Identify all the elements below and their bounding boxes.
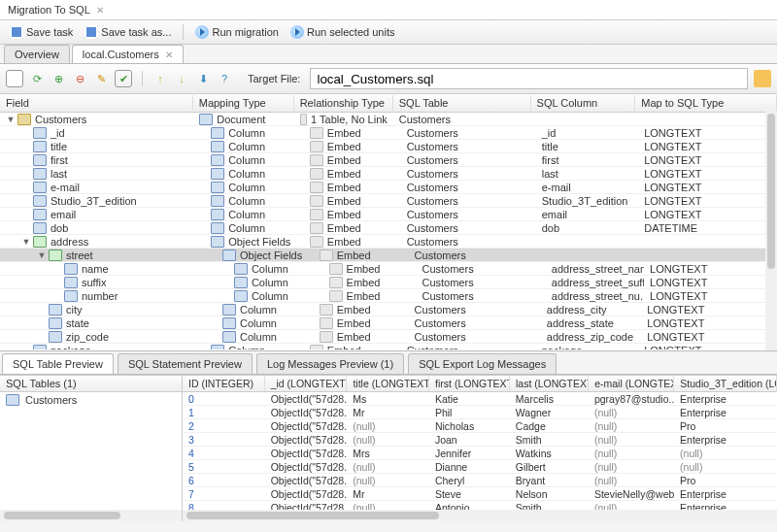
scrollbar-thumb[interactable] <box>4 512 120 519</box>
expand-icon[interactable]: ▼ <box>21 237 31 247</box>
grid-row[interactable]: firstColumnEmbedCustomersfirstLONGTEXT <box>0 153 777 167</box>
dh-oid[interactable]: _id (LONGTEXT) <box>265 376 348 391</box>
grid-row[interactable]: e-mailColumnEmbedCustomerse-mailLONGTEXT <box>0 181 777 194</box>
tab-export-log[interactable]: SQL Export Log Messages <box>408 353 557 374</box>
cell-edition: (null) <box>674 461 777 473</box>
grid-row[interactable]: ▼CustomersDocument1 Table, No LinkCustom… <box>0 113 777 126</box>
tab-sql-table-preview[interactable]: SQL Table Preview <box>2 353 114 374</box>
remove-icon[interactable]: ⊖ <box>72 71 87 86</box>
close-icon[interactable]: ✕ <box>96 5 104 16</box>
cell-first: Nicholas <box>429 420 510 432</box>
h-scrollbar-left[interactable] <box>0 510 182 521</box>
expand-icon[interactable]: ▼ <box>6 115 16 124</box>
refresh-icon[interactable]: ⟳ <box>29 71 45 86</box>
add-icon[interactable]: ⊕ <box>51 71 66 86</box>
cell-id: 5 <box>183 461 265 473</box>
up-arrow-icon[interactable]: ↑ <box>152 71 168 86</box>
dh-last[interactable]: last (LONGTEXT) <box>510 376 589 391</box>
field-type-icon <box>33 195 47 207</box>
checkbox-icon[interactable] <box>6 70 23 87</box>
cell-id: 7 <box>183 488 265 500</box>
run-selected-icon <box>290 25 304 39</box>
grid-row[interactable]: packageColumnEmbedCustomerspackageLONGTE… <box>0 344 777 349</box>
sql-table-item[interactable]: Customers <box>0 392 182 408</box>
grid-row[interactable]: nameColumnEmbedCustomersaddress_street_n… <box>0 262 777 276</box>
tab-log-messages[interactable]: Log Messages Preview (1) <box>256 353 404 374</box>
grid-row[interactable]: ▼addressObject FieldsEmbedCustomers <box>0 235 777 249</box>
grid-row[interactable]: zip_codeColumnEmbedCustomersaddress_zip_… <box>0 330 777 344</box>
sqlcolumn-cell: email <box>536 209 638 220</box>
data-row[interactable]: 5ObjectId("57d28...(null)DianneGilbert(n… <box>183 460 777 474</box>
relationship-cell: Embed <box>314 331 409 343</box>
field-cell: dob <box>0 222 205 234</box>
col-field[interactable]: Field <box>0 95 193 111</box>
dh-id[interactable]: ID (INTEGER) <box>183 376 265 391</box>
down-arrow-icon[interactable]: ↓ <box>174 71 189 86</box>
relationship-icon <box>320 304 333 316</box>
run-selected-button[interactable]: Run selected units <box>287 23 399 41</box>
grid-row[interactable]: ▼streetObject FieldsEmbedCustomers <box>0 249 777 262</box>
grid-row[interactable]: _idColumnEmbedCustomers_idLONGTEXT <box>0 126 777 140</box>
col-sql-table[interactable]: SQL Table <box>393 95 531 111</box>
data-row[interactable]: 6ObjectId("57d28...(null)CherylBryant(nu… <box>183 474 777 487</box>
dh-email[interactable]: e-mail (LONGTEXT) <box>589 376 674 391</box>
dh-first[interactable]: first (LONGTEXT) <box>429 376 510 391</box>
data-header: ID (INTEGER) _id (LONGTEXT) title (LONGT… <box>183 376 777 392</box>
expand-icon[interactable]: ▼ <box>37 250 47 260</box>
grid-row[interactable]: suffixColumnEmbedCustomersaddress_street… <box>0 276 777 289</box>
col-relationship[interactable]: Relationship Type <box>294 95 393 111</box>
sqlcolumn-cell: Studio_3T_edition <box>536 195 638 207</box>
grid-row[interactable]: Studio_3T_editionColumnEmbedCustomersStu… <box>0 194 777 208</box>
sqltable-cell: Customers <box>401 195 536 207</box>
mapping-cell: Column <box>228 263 323 275</box>
editor-tabs: Overview local.Customers✕ <box>0 45 777 64</box>
col-sql-column[interactable]: SQL Column <box>531 95 636 111</box>
col-mapping-type[interactable]: Mapping Type <box>193 95 294 111</box>
grid-row[interactable]: cityColumnEmbedCustomersaddress_cityLONG… <box>0 303 777 316</box>
vertical-scrollbar[interactable] <box>765 112 777 350</box>
cell-email: (null) <box>589 434 674 446</box>
data-row[interactable]: 7ObjectId("57d28...MrSteveNelsonStevieNe… <box>183 487 777 501</box>
sqltype-cell: LONGTEXT <box>638 127 777 139</box>
field-cell: number <box>0 290 228 302</box>
save-task-as-button[interactable]: Save task as... <box>81 23 175 41</box>
scrollbar-thumb[interactable] <box>186 512 439 519</box>
sqlcolumn-cell: dob <box>536 222 638 234</box>
scrollbar-thumb[interactable] <box>767 114 775 269</box>
tab-sql-statement-preview[interactable]: SQL Statement Preview <box>118 353 253 374</box>
grid-row[interactable]: stateColumnEmbedCustomersaddress_stateLO… <box>0 316 777 330</box>
data-row[interactable]: 0ObjectId("57d28...MsKatieMarcelispgray8… <box>183 392 777 406</box>
tab-customers[interactable]: local.Customers✕ <box>72 45 184 63</box>
grid-row[interactable]: lastColumnEmbedCustomerslastLONGTEXT <box>0 167 777 181</box>
dh-title[interactable]: title (LONGTEXT) <box>347 376 429 391</box>
import-icon[interactable]: ⬇ <box>195 71 211 86</box>
dh-edition[interactable]: Studio_3T_edition (LO <box>674 376 777 391</box>
grid-row[interactable]: titleColumnEmbedCustomerstitleLONGTEXT <box>0 140 777 153</box>
data-row[interactable]: 4ObjectId("57d28...MrsJenniferWatkins(nu… <box>183 447 777 460</box>
grid-row[interactable]: dobColumnEmbedCustomersdobDATETIME <box>0 221 777 235</box>
cell-last: Watkins <box>510 448 589 459</box>
data-row[interactable]: 2ObjectId("57d28...(null)NicholasCadge(n… <box>183 419 777 433</box>
target-file-input[interactable] <box>310 68 748 89</box>
cell-edition: Pro <box>674 475 777 486</box>
close-tab-icon[interactable]: ✕ <box>165 50 173 60</box>
grid-row[interactable]: emailColumnEmbedCustomersemailLONGTEXT <box>0 208 777 221</box>
relationship-icon <box>310 209 323 220</box>
mapping-icon <box>222 331 236 343</box>
browse-file-icon[interactable] <box>754 70 771 87</box>
sqlcolumn-cell: address_street_nu... <box>546 290 644 302</box>
field-cell: city <box>0 304 217 316</box>
save-task-button[interactable]: Save task <box>6 23 77 41</box>
run-migration-button[interactable]: Run migration <box>191 23 282 41</box>
grid-row[interactable]: numberColumnEmbedCustomersaddress_street… <box>0 289 777 303</box>
h-scrollbar-data[interactable] <box>183 510 777 521</box>
edit-icon[interactable]: ✎ <box>93 71 109 86</box>
tab-overview[interactable]: Overview <box>4 45 70 63</box>
relationship-icon <box>300 114 307 125</box>
col-sql-type[interactable]: Map to SQL Type <box>635 95 777 111</box>
apply-icon[interactable]: ✔ <box>115 70 132 87</box>
data-row[interactable]: 1ObjectId("57d28...MrPhilWagner(null)Ent… <box>183 406 777 419</box>
main-toolbar: Save task Save task as... Run migration … <box>0 20 777 45</box>
data-row[interactable]: 3ObjectId("57d28...(null)JoanSmith(null)… <box>183 433 777 447</box>
help-icon[interactable]: ? <box>217 71 232 86</box>
